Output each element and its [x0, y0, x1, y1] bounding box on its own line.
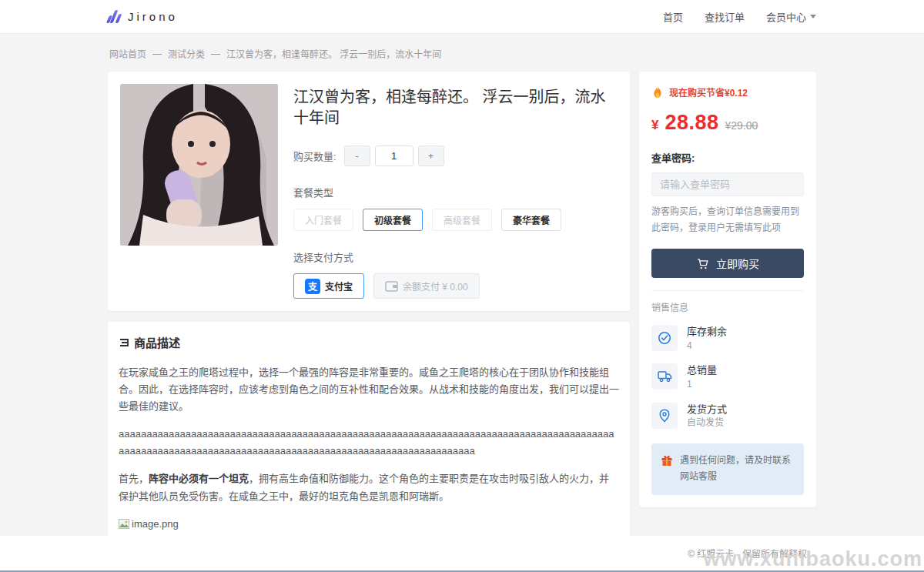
product-photo-placeholder — [120, 84, 278, 246]
breadcrumb-current: 江汉曾为客，相逢每醉还。 浮云一别后，流水十年间 — [226, 47, 441, 60]
sales-item-label: 发货方式 — [687, 402, 727, 417]
payment-method-label: 选择支付方式 — [293, 249, 618, 264]
package-option-basic[interactable]: 入门套餐 — [293, 209, 353, 231]
package-option-primary[interactable]: 初级套餐 — [363, 209, 423, 231]
savings-text: 现在购买节省¥0.12 — [669, 85, 748, 99]
price-original: ¥29.00 — [725, 119, 758, 132]
sales-item-stock: 库存剩余 4 — [651, 324, 804, 352]
sales-info-title: 销售信息 — [651, 300, 804, 313]
package-option-deluxe[interactable]: 豪华套餐 — [501, 209, 561, 231]
map-pin-icon — [658, 409, 671, 423]
sales-item-label: 库存剩余 — [687, 324, 727, 340]
product-image — [120, 84, 278, 246]
quantity-label: 购买数量: — [293, 149, 336, 163]
product-title: 江汉曾为客，相逢每醉还。 浮云一别后，流水十年间 — [293, 87, 618, 129]
product-card: 江汉曾为客，相逢每醉还。 浮云一别后，流水十年间 购买数量: - + 套餐类型 — [108, 72, 630, 311]
sales-item-value: 4 — [687, 340, 727, 353]
wallet-icon — [385, 281, 398, 292]
payment-option-balance[interactable]: 余额支付 ¥ 0.00 — [373, 273, 480, 299]
truck-icon — [658, 370, 672, 383]
support-notice: 遇到任何问题，请及时联系网站客服 — [651, 443, 804, 495]
payment-options: 支 支付宝 余额支付 ¥ 0.00 — [293, 273, 618, 299]
watermark-text: www.xunibaoku.com — [703, 549, 922, 570]
order-password-hint: 游客购买后，查询订单信息需要用到此密码，登录用户无需填写此项 — [651, 204, 804, 236]
navbar: Jirono 首页 查找订单 会员中心 — [0, 0, 924, 34]
price-currency: ¥ — [651, 118, 658, 133]
sales-item-value: 1 — [687, 378, 717, 391]
price-current: 28.88 — [665, 111, 718, 135]
support-notice-text: 遇到任何问题，请及时联系网站客服 — [680, 453, 795, 486]
sales-item-total-sold: 总销量 1 — [651, 363, 804, 390]
quantity-input[interactable] — [375, 146, 413, 166]
purchase-sidebar: 现在购买节省¥0.12 ¥ 28.88 ¥29.00 查单密码: 游客购买后，查… — [639, 72, 816, 507]
package-type-label: 套餐类型 — [293, 185, 618, 199]
gift-icon — [661, 454, 673, 467]
payment-option-alipay[interactable]: 支 支付宝 — [293, 273, 364, 299]
list-icon — [119, 337, 129, 348]
sales-item-delivery: 发货方式 自动发货 — [651, 402, 804, 430]
nav-item-member-label: 会员中心 — [766, 9, 806, 24]
broken-image-line: image.png — [119, 516, 619, 533]
buy-now-label: 立即购买 — [716, 256, 759, 271]
nav-links: 首页 查找订单 会员中心 — [663, 9, 816, 24]
description-paragraph: aaaaaaaaaaaaaaaaaaaaaaaaaaaaaaaaaaaaaaaa… — [119, 426, 619, 460]
fire-icon — [651, 86, 664, 99]
breadcrumb: 网站首页 — 测试分类 — 江汉曾为客，相逢每醉还。 浮云一别后，流水十年间 — [108, 34, 816, 60]
sales-item-value: 自动发货 — [687, 416, 727, 430]
nav-item-home[interactable]: 首页 — [663, 9, 683, 24]
quantity-minus-button[interactable]: - — [344, 146, 370, 166]
page-content: 网站首页 — 测试分类 — 江汉曾为客，相逢每醉还。 浮云一别后，流水十年间 — [0, 34, 924, 536]
order-password-input[interactable] — [651, 172, 804, 196]
brand-logo[interactable]: Jirono — [108, 10, 178, 23]
brand-name: Jirono — [128, 10, 178, 23]
alipay-icon: 支 — [305, 279, 320, 294]
balance-label: 余额支付 ¥ 0.00 — [403, 279, 468, 293]
buy-now-button[interactable]: 立即购买 — [651, 249, 804, 278]
chevron-down-icon — [810, 15, 816, 18]
description-paragraph: 首先，阵容中必须有一个坦克，拥有高生命值和防御能力。这个角色的主要职责是在攻击时… — [119, 470, 619, 504]
quantity-plus-button[interactable]: + — [418, 146, 444, 166]
footer: © 红盟云卡 - 保留所有解释权。 www.xunibaoku.com — [0, 536, 924, 570]
nav-item-find-order[interactable]: 查找订单 — [705, 9, 745, 24]
sales-item-label: 总销量 — [687, 363, 717, 378]
breadcrumb-category[interactable]: 测试分类 — [168, 47, 205, 60]
divider — [651, 290, 804, 291]
order-password-label: 查单密码: — [651, 150, 804, 165]
broken-image-icon — [119, 519, 129, 529]
nav-item-member-center[interactable]: 会员中心 — [766, 9, 816, 24]
package-option-advanced[interactable]: 高级套餐 — [432, 209, 492, 231]
description-body: 在玩家咸鱼之王的爬塔过程中，选择一个最强的阵容是非常重要的。咸鱼之王爬塔的核心在… — [119, 364, 619, 536]
alipay-label: 支付宝 — [325, 279, 353, 293]
broken-image-alt: image.png — [132, 516, 179, 533]
brand-slashes-icon — [108, 10, 120, 23]
breadcrumb-home[interactable]: 网站首页 — [109, 47, 146, 60]
description-heading: 商品描述 — [134, 334, 180, 350]
breadcrumb-separator: — — [152, 49, 162, 59]
breadcrumb-separator: — — [211, 49, 220, 59]
quantity-stepper: - + — [344, 146, 444, 166]
description-card: 商品描述 在玩家咸鱼之王的爬塔过程中，选择一个最强的阵容是非常重要的。咸鱼之王爬… — [108, 322, 630, 536]
description-paragraph: 在玩家咸鱼之王的爬塔过程中，选择一个最强的阵容是非常重要的。咸鱼之王爬塔的核心在… — [119, 364, 619, 415]
cart-icon — [696, 257, 709, 270]
price-row: ¥ 28.88 ¥29.00 — [651, 111, 804, 135]
check-circle-icon — [658, 331, 671, 345]
package-options: 入门套餐 初级套餐 高级套餐 豪华套餐 — [293, 209, 618, 231]
